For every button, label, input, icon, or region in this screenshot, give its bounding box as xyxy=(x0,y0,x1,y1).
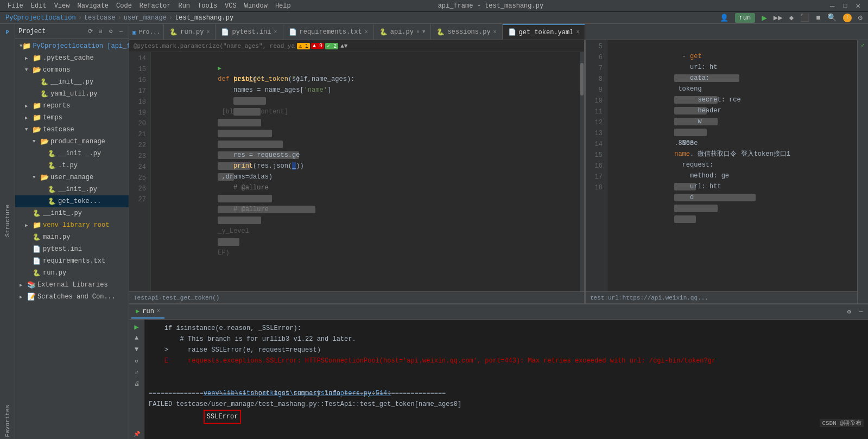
tree-main[interactable]: 🐍 main.py xyxy=(15,231,129,243)
close-button[interactable]: ✕ xyxy=(853,0,864,11)
req-txt-close[interactable]: × xyxy=(365,29,368,35)
profile-button[interactable]: ◆ xyxy=(789,13,794,22)
search-everywhere-button[interactable]: 🔍 xyxy=(827,13,837,22)
menu-run[interactable]: Run xyxy=(175,1,193,11)
breadcrumb-file[interactable]: test_mashang.py xyxy=(175,14,233,22)
tree-root[interactable]: ▼ 📁 PyCprojectlocation [api_frame] xyxy=(15,40,129,52)
user-manage-label: user_manage xyxy=(50,174,93,181)
menu-code[interactable]: Code xyxy=(113,1,135,11)
sessions-py-close[interactable]: × xyxy=(493,29,497,35)
nav-down[interactable]: ▼ xyxy=(344,43,348,49)
tab-get-token-yaml[interactable]: 📄 get_token.yaml × xyxy=(503,24,586,40)
scroll-down-icon[interactable]: ▼ xyxy=(132,345,142,354)
run-again-icon[interactable]: ▶ xyxy=(132,322,142,332)
scroll-up-icon[interactable]: ▲ xyxy=(132,333,142,343)
coverage-button[interactable]: ⬛ xyxy=(800,13,809,22)
bottom-left-icons: ▶ ▲ ▼ ↺ ⇌ 🖨 📌 xyxy=(129,320,144,439)
menu-window[interactable]: Window xyxy=(241,1,271,11)
output-line-7: ========================= short test sum… xyxy=(149,388,864,399)
structure-tab[interactable]: Structure xyxy=(2,202,13,239)
user-icon[interactable]: 👤 xyxy=(720,14,728,22)
print-icon[interactable]: 🖨 xyxy=(132,379,142,389)
menu-file[interactable]: File xyxy=(4,1,27,11)
tree-user-manage[interactable]: ▼ 📂 user_manage xyxy=(15,171,129,183)
get-token-yaml-close[interactable]: × xyxy=(576,29,579,35)
project-tab-label: Pro... xyxy=(139,29,161,35)
product-manage-label: product_manage xyxy=(50,138,105,145)
panel-close-icon[interactable]: — xyxy=(117,27,125,36)
wrap-icon[interactable]: ⇌ xyxy=(132,367,142,377)
breadcrumb-testcase[interactable]: testcase xyxy=(84,14,116,22)
notifications-button[interactable]: ! xyxy=(843,14,852,22)
tree-pytest-ini[interactable]: 📄 pytest.ini xyxy=(15,243,129,255)
bottom-settings-icon[interactable]: ⚙ xyxy=(844,307,854,317)
menu-navigate[interactable]: Navigate xyxy=(74,1,112,11)
rerun-icon[interactable]: ↺ xyxy=(132,356,142,366)
menu-refactor[interactable]: Refactor xyxy=(136,1,174,11)
maximize-button[interactable]: □ xyxy=(840,1,850,11)
breadcrumb-project[interactable]: PyCprojectlocation xyxy=(5,14,76,22)
menu-help[interactable]: Help xyxy=(272,1,294,11)
api-py-close[interactable]: × xyxy=(416,29,420,35)
req-txt-icon: 📄 xyxy=(289,28,297,36)
run-tab-icon: ▶ xyxy=(136,307,140,315)
right-editor-breadcrumb: test : url : https://api.weixin.qq... xyxy=(586,291,857,303)
debug-button[interactable]: ▶▶ xyxy=(774,13,783,22)
code-breadcrumb-top: @pytest.mark.parametrize("name_ages", re… xyxy=(134,43,295,49)
project-tool-button[interactable]: P xyxy=(1,26,14,39)
tree-testcase[interactable]: ▼ 📂 testcase xyxy=(15,124,129,136)
commons-arrow: ▼ xyxy=(25,67,33,73)
tree-run[interactable]: 🐍 run.py xyxy=(15,267,129,279)
tree-reports[interactable]: ▶ 📁 reports xyxy=(15,100,129,112)
tree-get-token[interactable]: 🐍 get_toke... xyxy=(15,195,129,207)
sessions-py-icon: 🐍 xyxy=(436,28,445,36)
menu-vcs[interactable]: VCS xyxy=(221,1,240,11)
pytest-ini-close[interactable]: × xyxy=(274,29,277,35)
bottom-minimize-icon[interactable]: — xyxy=(856,307,866,317)
tree-requirements[interactable]: 📄 requirements.txt xyxy=(15,255,129,267)
run-tab[interactable]: ▶ run × xyxy=(131,306,164,319)
settings-button[interactable]: ⚙ xyxy=(858,13,863,22)
tree-temps[interactable]: ▶ 📁 temps xyxy=(15,112,129,124)
run-tab-close[interactable]: × xyxy=(157,308,160,314)
breadcrumb-user-manage[interactable]: user_manage xyxy=(124,14,167,22)
tree-commons[interactable]: ▼ 📂 commons xyxy=(15,64,129,76)
tab-api-py[interactable]: 🐍 api.py × ▼ xyxy=(374,24,432,40)
temps-arrow: ▶ xyxy=(25,115,33,121)
tab-project[interactable]: ▣ Pro... xyxy=(129,24,164,40)
tree-scratches[interactable]: ▶ 📝 Scratches and Con... xyxy=(15,291,129,303)
tab-pytest-ini[interactable]: 📄 pytest.ini × xyxy=(216,24,283,40)
run-button[interactable]: ▶ xyxy=(762,12,767,23)
minimize-button[interactable]: — xyxy=(827,1,838,11)
left-editor-scrollbar[interactable] xyxy=(580,52,584,291)
pin-icon[interactable]: 📌 xyxy=(132,429,142,439)
scratches-icon: 📝 xyxy=(27,292,36,301)
stop-button[interactable]: ■ xyxy=(816,14,820,22)
run-py-icon: 🐍 xyxy=(169,28,178,36)
tree-product-manage[interactable]: ▼ 📂 product_manage xyxy=(15,136,129,148)
nav-up[interactable]: ▲ xyxy=(340,43,344,49)
tree-external-libs[interactable]: ▶ 📚 External Libraries xyxy=(15,279,129,291)
tree-product-init[interactable]: 🐍 __init _.py xyxy=(15,148,129,160)
tab-requirements-txt[interactable]: 📄 requirements.txt × xyxy=(283,24,374,40)
menu-edit[interactable]: Edit xyxy=(28,1,50,11)
run-config-dropdown[interactable]: run xyxy=(735,13,756,23)
favorites-tab[interactable]: Favorites xyxy=(2,403,13,439)
tree-venv[interactable]: ▶ 📁 venv library root xyxy=(15,219,129,231)
tab-sessions-py[interactable]: 🐍 sessions.py × xyxy=(431,24,502,40)
tree-root-init[interactable]: 🐍 __init_.py xyxy=(15,207,129,219)
right-strip: ✓ xyxy=(857,40,868,303)
tree-user-init[interactable]: 🐍 __init_.py xyxy=(15,183,129,195)
menu-tools[interactable]: Tools xyxy=(194,1,220,11)
collapse-all-icon[interactable]: ⊟ xyxy=(96,27,105,36)
tab-run-py[interactable]: 🐍 run.py × xyxy=(164,24,216,40)
tree-product-t[interactable]: 🐍 .t.py xyxy=(15,160,129,171)
tree-yaml-util[interactable]: 🐍 yaml_util.py xyxy=(15,88,129,100)
run-py-close[interactable]: × xyxy=(206,29,210,35)
tree-pytest-cache[interactable]: ▶ 📁 .pytest_cache xyxy=(15,52,129,64)
menu-view[interactable]: View xyxy=(51,1,73,11)
api-py-dropdown[interactable]: ▼ xyxy=(422,29,425,35)
tree-commons-init[interactable]: 🐍 __init__.py xyxy=(15,76,129,88)
sync-icon[interactable]: ⟳ xyxy=(86,27,94,36)
settings-icon[interactable]: ⚙ xyxy=(106,27,115,36)
